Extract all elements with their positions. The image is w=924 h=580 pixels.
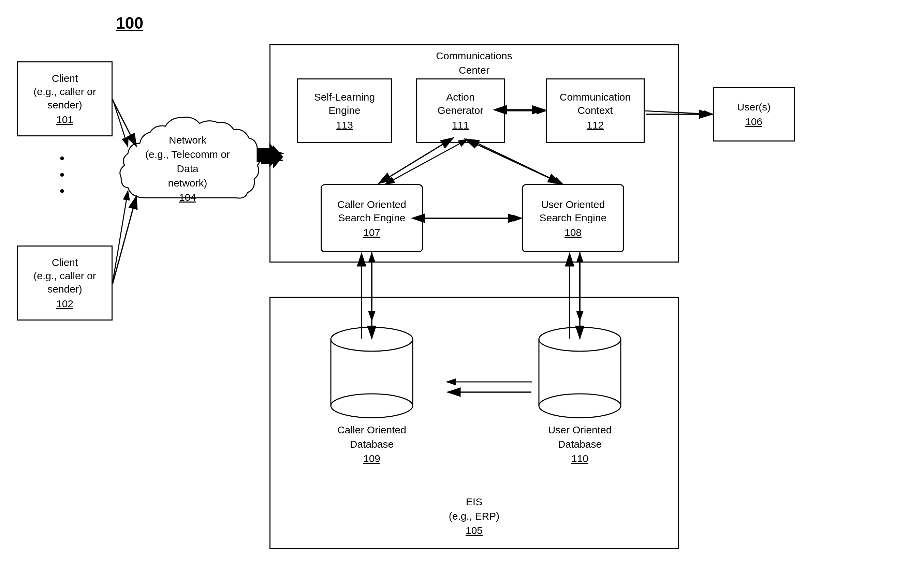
caller-search-label: Caller OrientedSearch Engine [337,198,406,224]
action-generator-box: ActionGenerator 111 [416,78,505,143]
network-cloud: Network(e.g., Telecomm or Datanetwork) 1… [118,102,261,218]
users-ref: 106 [745,115,762,128]
client1-box: Client(e.g., caller orsender) 101 [17,61,112,137]
self-learning-label: Self-LearningEngine [314,91,375,117]
self-learning-ref: 113 [336,118,353,132]
comm-center-label: CommunicationsCenter [436,50,512,76]
user-search-label: User OrientedSearch Engine [540,198,607,224]
user-db-ref: 110 [571,453,588,464]
caller-db-ref: 109 [363,453,380,464]
comm-context-label: CommunicationContext [560,91,631,117]
client1-ref: 101 [56,113,73,126]
user-db: User OrientedDatabase 110 [532,321,628,466]
dots: ••• [60,150,65,199]
users-box: User(s) 106 [713,87,795,142]
self-learning-box: Self-LearningEngine 113 [297,78,392,143]
diagram: 100 CommunicationsCenter 103 EIS(e.g., E… [0,0,924,580]
network-ref: 104 [179,192,196,203]
caller-db: Caller OrientedDatabase 109 [324,321,419,466]
comm-context-box: CommunicationContext 112 [546,78,645,143]
client1-label: Client(e.g., caller orsender) [33,72,96,112]
user-search-ref: 108 [564,226,582,239]
action-generator-label: ActionGenerator [437,91,483,117]
svg-point-4 [539,327,621,351]
eis-ref: 105 [465,525,483,536]
user-search-box: User OrientedSearch Engine 108 [522,184,624,252]
svg-point-2 [331,394,413,418]
caller-db-label: Caller OrientedDatabase 109 [337,423,406,466]
client2-box: Client(e.g., caller orsender) 102 [17,246,112,321]
eis-label: EIS(e.g., ERP) [449,496,499,522]
client2-ref: 102 [56,297,73,310]
caller-search-ref: 107 [363,226,380,239]
users-label: User(s) [737,100,771,114]
network-label: Network(e.g., Telecomm or Datanetwork) 1… [135,133,241,204]
caller-search-box: Caller OrientedSearch Engine 107 [321,184,423,252]
svg-point-5 [539,394,621,418]
main-title: 100 [116,14,143,32]
svg-point-1 [331,327,413,351]
action-generator-ref: 111 [452,118,469,132]
user-db-label: User OrientedDatabase 110 [548,423,612,466]
client2-label: Client(e.g., caller orsender) [33,256,96,296]
comm-context-ref: 112 [587,118,604,132]
